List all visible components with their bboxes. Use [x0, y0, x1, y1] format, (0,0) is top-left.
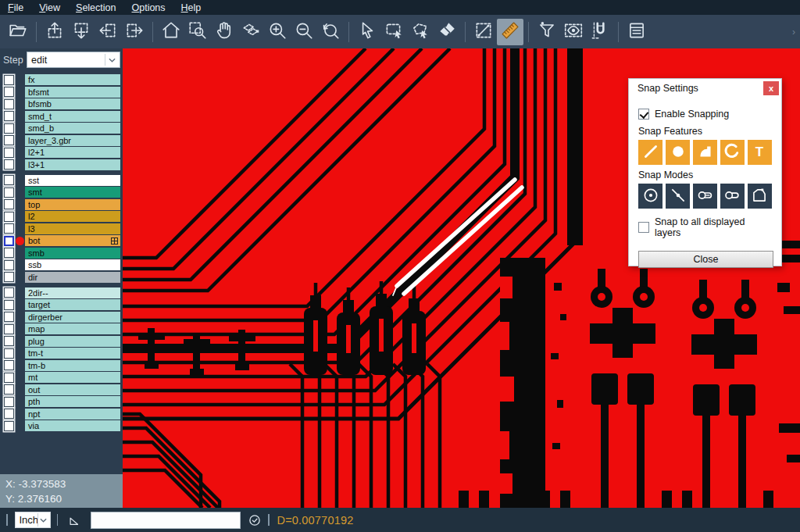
layer-name-l2+1[interactable]: l2+1	[25, 147, 120, 158]
layer-name-l2[interactable]: l2	[25, 211, 120, 222]
checkbox-unchecked-icon[interactable]	[638, 222, 649, 233]
layer-checkbox-fx[interactable]	[4, 75, 14, 85]
snap-feature-pad-button[interactable]	[666, 140, 690, 165]
zoom-window-button[interactable]	[184, 19, 211, 45]
layer-checkbox-target[interactable]	[4, 300, 14, 310]
apply-circle-check-icon[interactable]	[248, 513, 262, 527]
layer-name-dirgerber[interactable]: dirgerber	[25, 312, 120, 323]
pan-hand-button[interactable]	[211, 19, 238, 45]
layer-checkbox-smd_t[interactable]	[4, 111, 14, 121]
step-select[interactable]: edit	[27, 52, 120, 68]
layer-name-dir[interactable]: dir	[25, 272, 120, 283]
snap-feature-surface-button[interactable]	[693, 140, 717, 165]
layer-checkbox-2dir--[interactable]	[4, 287, 14, 298]
nudge-down-button[interactable]	[68, 19, 95, 45]
chevron-down-icon[interactable]	[38, 513, 49, 527]
layer-name-bfsmb[interactable]: bfsmb	[25, 98, 120, 109]
layer-name-plug[interactable]: plug	[25, 336, 120, 347]
menu-selection[interactable]: Selection	[68, 0, 123, 15]
view-area-button[interactable]	[560, 19, 587, 45]
select-rectangle-button[interactable]	[380, 19, 407, 45]
layer-name-smd_t[interactable]: smd_t	[25, 111, 120, 122]
layer-name-l3+1[interactable]: l3+1	[25, 159, 120, 170]
layer-name-npt[interactable]: npt	[25, 409, 120, 420]
layer-name-smd_b[interactable]: smd_b	[25, 123, 120, 134]
open-folder-button[interactable]	[5, 19, 31, 45]
layer-checkbox-l3[interactable]	[4, 223, 14, 234]
zoom-out-button[interactable]	[291, 19, 317, 45]
layer-name-target[interactable]: target	[25, 299, 120, 310]
layer-name-map[interactable]: map	[25, 323, 120, 334]
layer-checkbox-bfsmb[interactable]	[4, 99, 14, 109]
layer-checkbox-l2+1[interactable]	[4, 148, 14, 158]
layer-name-mt[interactable]: mt	[25, 372, 120, 383]
nudge-right-button[interactable]	[121, 19, 148, 45]
clean-brush-button[interactable]	[434, 19, 460, 45]
layer-name-smb[interactable]: smb	[25, 248, 120, 259]
chevron-down-icon[interactable]	[105, 54, 118, 66]
layer-name-bfsmt[interactable]: bfsmt	[25, 87, 120, 98]
layer-checkbox-l3+1[interactable]	[4, 159, 14, 170]
layer-checkbox-dirgerber[interactable]	[4, 312, 14, 322]
layer-checkbox-smb[interactable]	[4, 248, 14, 258]
nudge-left-button[interactable]	[95, 19, 121, 45]
home-view-button[interactable]	[158, 19, 184, 45]
snap-mode-center-button[interactable]	[638, 184, 662, 209]
layer-checkbox-map[interactable]	[4, 324, 14, 334]
layer-checkbox-sst[interactable]	[4, 175, 14, 185]
layer-checkbox-smd_b[interactable]	[4, 123, 14, 134]
layer-checkbox-l2[interactable]	[4, 212, 14, 222]
layer-name-out[interactable]: out	[25, 384, 120, 395]
layer-name-sst[interactable]: sst	[25, 175, 120, 186]
filter-funnel-button[interactable]	[534, 19, 560, 45]
snap-all-layers-checkbox[interactable]: Snap to all displayed layers	[638, 216, 772, 238]
layer-name-ssb[interactable]: ssb	[25, 259, 120, 270]
zoom-polygon-button[interactable]	[238, 19, 264, 45]
layer-checkbox-mt[interactable]	[4, 373, 14, 383]
layer-checkbox-top[interactable]	[4, 199, 14, 209]
menu-help[interactable]: Help	[173, 0, 209, 15]
layer-checkbox-bot[interactable]	[4, 236, 14, 246]
layer-name-l3[interactable]: l3	[25, 223, 120, 234]
layer-name-bot[interactable]: bot	[25, 235, 120, 246]
layer-name-2dir--[interactable]: 2dir--	[25, 287, 120, 298]
close-icon[interactable]: x	[763, 81, 779, 95]
snap-feature-arc-button[interactable]	[720, 140, 745, 165]
layer-checkbox-pth[interactable]	[4, 397, 14, 407]
layer-checkbox-dir[interactable]	[4, 272, 14, 282]
layer-name-tm-t[interactable]: tm-t	[25, 348, 120, 359]
close-button[interactable]: Close	[638, 251, 773, 268]
zoom-previous-button[interactable]	[317, 19, 344, 45]
layer-checkbox-tm-b[interactable]	[4, 360, 14, 370]
snap-magnet-button[interactable]	[587, 19, 613, 45]
layer-checkbox-layer_3.gbr[interactable]	[4, 135, 14, 145]
layer-checkbox-smt[interactable]	[4, 187, 14, 198]
layer-checkbox-npt[interactable]	[4, 409, 14, 419]
snap-mode-midpoint-button[interactable]	[666, 184, 690, 209]
zoom-in-button[interactable]	[264, 19, 291, 45]
checkbox-checked-icon[interactable]	[638, 109, 649, 120]
angle-corner-icon[interactable]	[67, 513, 81, 527]
select-arrow-button[interactable]	[354, 19, 380, 45]
layer-form-button[interactable]	[623, 19, 650, 45]
menu-file[interactable]: File	[0, 0, 31, 15]
snap-mode-outline-button[interactable]	[748, 184, 772, 209]
layer-checkbox-tm-t[interactable]	[4, 348, 14, 359]
layer-name-via[interactable]: via	[25, 420, 120, 431]
layer-name-smt[interactable]: smt	[25, 187, 120, 198]
command-input[interactable]	[91, 512, 241, 529]
snap-mode-slot-right-button[interactable]	[693, 184, 717, 209]
layer-name-pth[interactable]: pth	[25, 396, 120, 407]
layer-name-top[interactable]: top	[25, 199, 120, 210]
layer-checkbox-bfsmt[interactable]	[4, 87, 14, 97]
measure-ruler-button[interactable]	[497, 19, 523, 45]
units-select[interactable]: Inch	[15, 512, 51, 528]
layer-checkbox-via[interactable]	[4, 421, 14, 431]
layer-checkbox-ssb[interactable]	[4, 260, 14, 270]
measure-point-to-point-button[interactable]	[470, 19, 497, 45]
menu-view[interactable]: View	[31, 0, 68, 15]
nudge-up-button[interactable]	[41, 19, 68, 45]
snap-feature-text-button[interactable]: T	[748, 140, 772, 165]
snap-feature-line-button[interactable]	[638, 140, 662, 165]
layer-checkbox-out[interactable]	[4, 384, 14, 395]
